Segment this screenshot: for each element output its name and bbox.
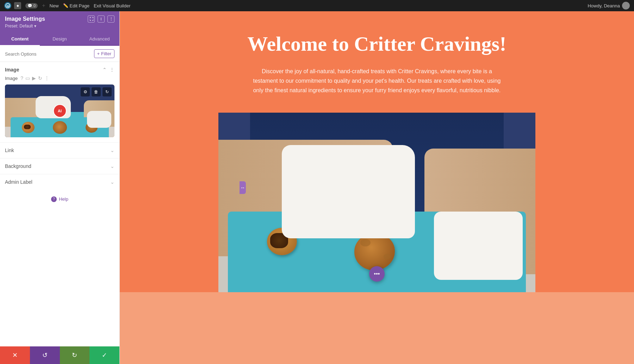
more-options-icon[interactable]: ⋮: [107, 15, 114, 23]
fullscreen-icon[interactable]: ⛶: [88, 15, 95, 23]
revert-action-icon[interactable]: ↻: [102, 87, 112, 96]
image-preview-wrap: AI ⚙ 🗑 ↻: [5, 84, 114, 137]
preset-dropdown[interactable]: Preset: Default: [5, 24, 114, 29]
hero-title: Welcome to Critter Cravings!: [134, 32, 620, 56]
cookie-image-container: •••: [218, 113, 535, 292]
image-field-icons: ? ▭ ▶ ↻ ⋮: [20, 75, 49, 81]
background-section-label: Background: [5, 163, 31, 169]
help-icon: ?: [51, 196, 57, 202]
columns-icon[interactable]: ⁝: [98, 15, 105, 23]
image-section-title: Image: [5, 67, 19, 73]
filter-plus-icon: +: [97, 51, 100, 56]
section-more-icon[interactable]: ⋮: [110, 67, 114, 73]
image-section-header[interactable]: Image ⌃ ⋮: [0, 62, 119, 75]
new-button[interactable]: New: [50, 3, 59, 8]
tab-design[interactable]: Design: [40, 33, 80, 46]
comment-count[interactable]: 💬 0: [25, 3, 38, 8]
help-circle-icon[interactable]: ?: [20, 75, 23, 81]
hero-description: Discover the joy of all-natural, hand-cr…: [250, 67, 504, 95]
undo-button[interactable]: ↺: [30, 346, 60, 364]
background-chevron-icon: ⌄: [110, 163, 114, 169]
help-button[interactable]: ? Help: [51, 196, 68, 202]
collapse-icon[interactable]: ⌃: [102, 67, 107, 73]
ai-badge[interactable]: AI: [53, 104, 67, 118]
sidebar-bottom: ✕ ↺ ↻ ✓: [0, 346, 119, 364]
image-section-controls: ⌃ ⋮: [102, 67, 114, 73]
canvas-area: Welcome to Critter Cravings! Discover th…: [120, 11, 634, 364]
sidebar: Image Settings ⛶ ⁝ ⋮ Preset: Default Con…: [0, 11, 120, 364]
filter-button[interactable]: + Filter: [94, 49, 114, 58]
sidebar-search-row: + Filter: [0, 46, 119, 62]
link-chevron-icon: ⌄: [110, 148, 114, 153]
image-field-row: Image ? ▭ ▶ ↻ ⋮: [0, 75, 119, 84]
cancel-button[interactable]: ✕: [0, 346, 30, 364]
wordpress-logo[interactable]: W: [4, 2, 11, 9]
user-info: Howdy, Deanna: [588, 2, 630, 10]
search-input[interactable]: [5, 51, 91, 57]
hero-section: Welcome to Critter Cravings! Discover th…: [120, 11, 634, 113]
float-action-button[interactable]: •••: [369, 266, 385, 282]
admin-label-section-header[interactable]: Admin Label ⌄: [0, 174, 119, 190]
sidebar-title-icons: ⛶ ⁝ ⋮: [88, 15, 114, 23]
resize-arrows-icon: ↔: [240, 185, 245, 190]
delete-action-icon[interactable]: 🗑: [92, 87, 101, 96]
cookie-image-section: •••: [120, 113, 634, 292]
sidebar-content: Image ⌃ ⋮ Image ? ▭ ▶ ↻ ⋮: [0, 62, 119, 346]
admin-label-section-label: Admin Label: [5, 179, 32, 185]
link-section-label: Link: [5, 148, 14, 153]
preview-actions: ⚙ 🗑 ↻: [81, 87, 112, 96]
link-section-header[interactable]: Link ⌄: [0, 143, 119, 158]
redo-button[interactable]: ↻: [60, 346, 90, 364]
admin-label-section: Admin Label ⌄: [0, 174, 119, 190]
reset-icon[interactable]: ↻: [38, 75, 42, 81]
main-layout: Image Settings ⛶ ⁝ ⋮ Preset: Default Con…: [0, 11, 634, 364]
save-button[interactable]: ✓: [89, 346, 119, 364]
admin-label-chevron-icon: ⌄: [110, 179, 114, 185]
image-field-label: Image: [5, 76, 18, 81]
tab-content[interactable]: Content: [0, 33, 40, 46]
sidebar-header: Image Settings ⛶ ⁝ ⋮ Preset: Default: [0, 11, 119, 33]
svg-text:W: W: [7, 5, 10, 8]
top-bar: W ◆ 💬 0 + New ✏️ Edit Page Exit Visual B…: [0, 0, 634, 11]
edit-page-button[interactable]: ✏️ Edit Page: [63, 3, 89, 8]
background-section-header[interactable]: Background ⌄: [0, 158, 119, 174]
search-input-wrap: [5, 51, 91, 57]
sidebar-module-title: Image Settings: [5, 16, 45, 22]
cursor-icon[interactable]: ▶: [32, 75, 36, 81]
exit-builder-button[interactable]: Exit Visual Builder: [94, 3, 131, 8]
tab-advanced[interactable]: Advanced: [80, 33, 119, 46]
copy-icon[interactable]: ▭: [25, 75, 30, 81]
link-section: Link ⌄: [0, 142, 119, 158]
divi-logo[interactable]: ◆: [14, 2, 21, 9]
more-field-icon[interactable]: ⋮: [44, 75, 49, 81]
image-preview: AI ⚙ 🗑 ↻: [5, 84, 114, 137]
avatar[interactable]: [622, 2, 630, 10]
help-section: ? Help: [0, 190, 119, 208]
sidebar-tabs: Content Design Advanced: [0, 33, 119, 46]
sidebar-title-row: Image Settings ⛶ ⁝ ⋮: [5, 15, 114, 23]
sidebar-resize-handle[interactable]: ↔: [240, 181, 246, 194]
background-section: Background ⌄: [0, 158, 119, 174]
settings-action-icon[interactable]: ⚙: [81, 87, 90, 96]
wp-logo-wrap: W ◆: [4, 2, 21, 9]
